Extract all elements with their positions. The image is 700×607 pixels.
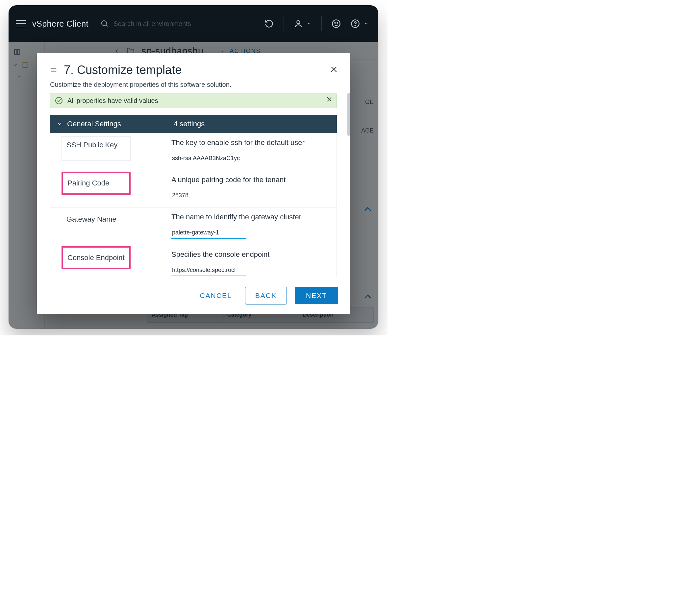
brand-label: vSphere Client: [32, 19, 88, 28]
section-header-general[interactable]: General Settings 4 settings: [50, 115, 337, 133]
settings-count: 4 settings: [174, 120, 205, 128]
pairing-code-input[interactable]: [171, 190, 246, 201]
chevron-down-icon[interactable]: [307, 21, 311, 26]
setting-row-ssh: SSH Public Key The key to enable ssh for…: [50, 133, 336, 170]
setting-row-console: Console Endpoint Specifies the console e…: [50, 245, 336, 277]
chevron-down-icon[interactable]: [364, 21, 368, 26]
app-window: vSphere Client Search in all environment…: [8, 5, 378, 329]
svg-line-1: [106, 25, 107, 27]
section-title: General Settings: [67, 120, 121, 128]
close-icon: [326, 96, 333, 103]
gateway-name-input[interactable]: [171, 227, 246, 239]
user-icon[interactable]: [294, 19, 303, 28]
top-bar: vSphere Client Search in all environment…: [8, 5, 378, 42]
svg-point-0: [102, 21, 107, 26]
refresh-icon[interactable]: [265, 19, 274, 28]
topbar-actions: [265, 16, 371, 31]
close-icon: [330, 65, 338, 74]
ssh-public-key-input[interactable]: [171, 153, 246, 164]
setting-row-gateway: Gateway Name The name to identify the ga…: [50, 208, 336, 245]
setting-description: The name to identify the gateway cluster: [171, 213, 332, 221]
search-icon: [100, 19, 109, 28]
steps-icon[interactable]: [50, 66, 57, 74]
setting-description: Specifies the console endpoint: [171, 250, 332, 259]
setting-row-pairing: Pairing Code A unique pairing code for t…: [50, 170, 336, 208]
svg-point-5: [337, 23, 337, 23]
scrollbar-thumb[interactable]: [347, 93, 350, 136]
console-endpoint-input[interactable]: [171, 265, 246, 276]
svg-point-4: [334, 23, 335, 23]
modal-title: 7. Customize template: [64, 63, 182, 77]
setting-label: SSH Public Key: [62, 137, 130, 161]
setting-description: The key to enable ssh for the default us…: [171, 139, 332, 147]
alert-dismiss[interactable]: [326, 96, 333, 104]
check-circle-icon: [55, 97, 63, 105]
modal-header: 7. Customize template: [37, 53, 350, 81]
global-search[interactable]: Search in all environments: [100, 19, 259, 28]
menu-icon[interactable]: [16, 20, 26, 27]
customize-template-modal: 7. Customize template Customize the depl…: [37, 53, 350, 314]
svg-point-7: [355, 25, 356, 26]
separator: [322, 16, 322, 31]
svg-point-3: [332, 20, 340, 27]
alert-text: All properties have valid values: [67, 97, 158, 105]
separator: [284, 16, 284, 31]
smiley-icon[interactable]: [332, 19, 341, 28]
settings-list: SSH Public Key The key to enable ssh for…: [50, 133, 337, 277]
back-button[interactable]: BACK: [245, 287, 287, 305]
modal-footer: CANCEL BACK NEXT: [37, 277, 350, 314]
cancel-button[interactable]: CANCEL: [195, 288, 237, 303]
scrollbar[interactable]: [347, 93, 350, 277]
validation-alert: All properties have valid values: [50, 93, 337, 108]
setting-label: Console Endpoint: [62, 246, 130, 269]
close-button[interactable]: [330, 65, 338, 75]
search-placeholder: Search in all environments: [114, 20, 191, 28]
modal-subtitle: Customize the deployment properties of t…: [37, 81, 350, 93]
setting-label: Pairing Code: [62, 172, 130, 195]
chevron-down-icon: [57, 121, 62, 127]
next-button[interactable]: NEXT: [295, 287, 338, 304]
svg-point-16: [56, 97, 62, 104]
help-icon[interactable]: [351, 19, 360, 28]
svg-point-2: [297, 21, 300, 24]
setting-description: A unique pairing code for the tenant: [171, 175, 332, 184]
setting-label: Gateway Name: [62, 209, 130, 230]
modal-body: All properties have valid values General…: [37, 93, 350, 277]
